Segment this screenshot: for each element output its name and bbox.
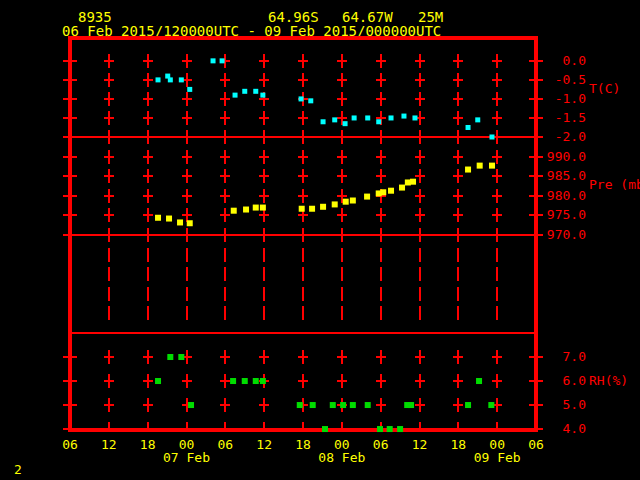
data-point [365,402,371,408]
data-point [168,77,173,82]
svg-text:18: 18 [295,437,311,452]
data-point [332,117,337,122]
data-point [408,402,414,408]
data-point [475,117,480,122]
svg-text:-2.0: -2.0 [555,129,586,144]
data-point [308,98,313,103]
svg-text:06: 06 [62,437,78,452]
data-point [364,194,370,200]
data-point [465,402,471,408]
data-point [243,207,249,213]
data-point [260,205,266,211]
svg-text:12: 12 [412,437,428,452]
meteogram-chart: 0.0-0.5-1.0-1.5-2.0T(C)990.0985.0980.097… [0,0,640,480]
data-point [299,96,304,101]
svg-text:Pre (mb): Pre (mb) [589,177,640,192]
data-point [156,77,161,82]
data-point [179,77,184,82]
data-point [332,201,338,207]
data-point [488,402,494,408]
data-point [322,426,328,432]
data-point [388,188,394,194]
data-point [230,378,236,384]
data-point [310,402,316,408]
data-point [260,378,266,384]
time-axis-labels: 0612180006121800061218000607 Feb08 Feb09… [62,437,544,465]
value-axis-labels: 0.0-0.5-1.0-1.5-2.0T(C)990.0985.0980.097… [547,53,640,436]
data-point [489,163,495,169]
svg-text:18: 18 [140,437,156,452]
data-point [377,426,383,432]
data-point [155,378,161,384]
data-point [343,199,349,205]
page-number: 2 [14,463,22,477]
data-point [405,179,411,185]
data-point [299,206,305,212]
data-point [166,216,172,222]
grid-ticks [63,54,543,430]
svg-text:06: 06 [373,437,389,452]
data-point [476,378,482,384]
data-point [320,204,326,210]
svg-text:T(C): T(C) [589,81,620,96]
data-point [477,163,483,169]
panel-separators [70,137,536,333]
svg-text:RH(%): RH(%) [589,373,628,388]
data-point [233,93,238,98]
data-point [389,115,394,120]
data-point [167,354,173,360]
svg-text:990.0: 990.0 [547,149,586,164]
data-point [387,426,393,432]
data-point [253,89,258,94]
data-point [242,89,247,94]
meteogram-screen: 8935 64.96S 64.67W 25M 06 Feb 2015/12000… [0,0,640,480]
temperature-series [156,58,495,139]
data-point [187,220,193,226]
svg-text:5.0: 5.0 [563,397,586,412]
svg-text:-1.5: -1.5 [555,110,586,125]
svg-text:6.0: 6.0 [563,373,586,388]
data-point [330,402,336,408]
data-point [465,167,471,173]
svg-text:4.0: 4.0 [563,421,586,436]
svg-text:985.0: 985.0 [547,168,586,183]
data-point [211,58,216,63]
data-point [410,179,416,185]
data-point [401,114,406,119]
data-point [178,354,184,360]
svg-text:18: 18 [451,437,467,452]
data-point [352,115,357,120]
humidity-series [155,354,494,432]
data-point [376,119,381,124]
data-point [260,93,265,98]
data-point [466,125,471,130]
svg-text:12: 12 [256,437,272,452]
data-point [231,208,237,214]
data-point [340,402,346,408]
data-point [187,87,192,92]
svg-text:12: 12 [101,437,117,452]
svg-text:980.0: 980.0 [547,188,586,203]
data-point [343,121,348,126]
svg-text:06: 06 [528,437,544,452]
data-point [155,215,161,221]
svg-text:-0.5: -0.5 [555,72,586,87]
data-point [253,205,259,211]
svg-text:975.0: 975.0 [547,207,586,222]
data-point [365,115,370,120]
data-point [397,426,403,432]
data-point [350,402,356,408]
data-point [177,219,183,225]
data-point [321,119,326,124]
data-point [253,378,259,384]
svg-text:970.0: 970.0 [547,227,586,242]
data-point [309,206,315,212]
data-point [188,402,194,408]
svg-text:06: 06 [218,437,234,452]
data-point [220,58,225,63]
svg-text:08 Feb: 08 Feb [318,450,365,465]
data-point [489,135,494,140]
data-point [380,189,386,195]
data-point [350,198,356,204]
data-point [297,402,303,408]
